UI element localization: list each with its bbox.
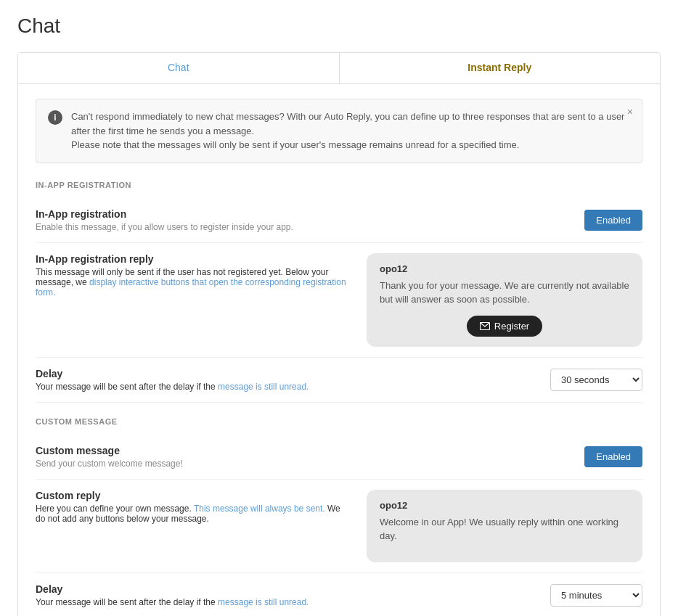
- tab-chat[interactable]: Chat: [18, 53, 340, 83]
- register-button-label: Register: [494, 321, 529, 332]
- custom-bubble-username: opo12: [380, 500, 629, 511]
- info-icon: i: [48, 110, 62, 125]
- custom-reply-bubble: opo12 Welcome in our App! We usually rep…: [367, 490, 642, 562]
- in-app-reply-row: In-App registration reply This message w…: [36, 243, 642, 358]
- tabs-container: Chat Instant Reply i Can't respond immed…: [17, 52, 661, 616]
- custom-reply-row: Custom reply Here you can define your ow…: [36, 480, 642, 573]
- in-app-delay-row: Delay Your message will be sent after th…: [36, 358, 642, 403]
- envelope-icon: [480, 322, 490, 330]
- in-app-register-button[interactable]: Register: [467, 316, 542, 337]
- custom-delay-select[interactable]: 30 seconds 1 minute 2 minutes 5 minutes …: [550, 584, 642, 607]
- instant-reply-content: i Can't respond immediately to new chat …: [18, 84, 660, 616]
- in-app-registration-info: In-App registration Enable this message,…: [36, 208, 584, 232]
- in-app-registration-row: In-App registration Enable this message,…: [36, 198, 642, 243]
- info-box: i Can't respond immediately to new chat …: [36, 99, 642, 163]
- custom-section: CUSTOM MESSAGE Custom message Send your …: [36, 417, 642, 617]
- in-app-reply-title: In-App registration reply: [36, 253, 352, 265]
- in-app-delay-info: Delay Your message will be sent after th…: [36, 368, 550, 392]
- custom-section-header: CUSTOM MESSAGE: [36, 417, 642, 426]
- in-app-reply-desc: This message will only be sent if the us…: [36, 267, 352, 297]
- close-icon[interactable]: ×: [627, 107, 633, 117]
- custom-delay-info: Delay Your message will be sent after th…: [36, 583, 550, 607]
- in-app-delay-select[interactable]: 30 seconds 1 minute 2 minutes 5 minutes …: [550, 369, 642, 391]
- custom-delay-desc: Your message will be sent after the dela…: [36, 597, 536, 607]
- tabs-header: Chat Instant Reply: [18, 53, 660, 84]
- in-app-registration-title: In-App registration: [36, 208, 570, 220]
- custom-delay-row: Delay Your message will be sent after th…: [36, 573, 642, 617]
- custom-bubble-text: Welcome in our App! We usually reply wit…: [380, 515, 629, 543]
- in-app-delay-title: Delay: [36, 368, 536, 379]
- custom-reply-info: Custom reply Here you can define your ow…: [36, 490, 367, 524]
- custom-message-row: Custom message Send your custom welcome …: [36, 435, 642, 480]
- custom-reply-title: Custom reply: [36, 490, 352, 501]
- in-app-delay-desc: Your message will be sent after the dela…: [36, 382, 536, 392]
- info-text: Can't respond immediately to new chat me…: [71, 110, 630, 152]
- custom-message-title: Custom message: [36, 445, 570, 456]
- custom-reply-desc: Here you can define your own message. Th…: [36, 504, 352, 524]
- in-app-section-header: IN-APP REGISTRATION: [36, 181, 642, 189]
- in-app-registration-desc: Enable this message, if you allow users …: [36, 222, 570, 232]
- in-app-reply-info: In-App registration reply This message w…: [36, 253, 367, 297]
- info-line1: Can't respond immediately to new chat me…: [71, 111, 624, 136]
- custom-message-desc: Send your custom welcome message!: [36, 459, 570, 469]
- in-app-reply-bubble: opo12 Thank you for your message. We are…: [367, 253, 642, 347]
- custom-message-toggle[interactable]: Enabled: [584, 446, 642, 467]
- page-title: Chat: [17, 15, 661, 38]
- custom-message-info: Custom message Send your custom welcome …: [36, 445, 584, 469]
- custom-delay-title: Delay: [36, 583, 536, 595]
- info-line2: Please note that the messages will only …: [71, 139, 519, 150]
- in-app-bubble-text: Thank you for your message. We are curre…: [380, 279, 629, 307]
- in-app-bubble-username: opo12: [380, 263, 629, 274]
- tab-instant-reply[interactable]: Instant Reply: [340, 53, 661, 83]
- in-app-registration-toggle[interactable]: Enabled: [584, 210, 642, 231]
